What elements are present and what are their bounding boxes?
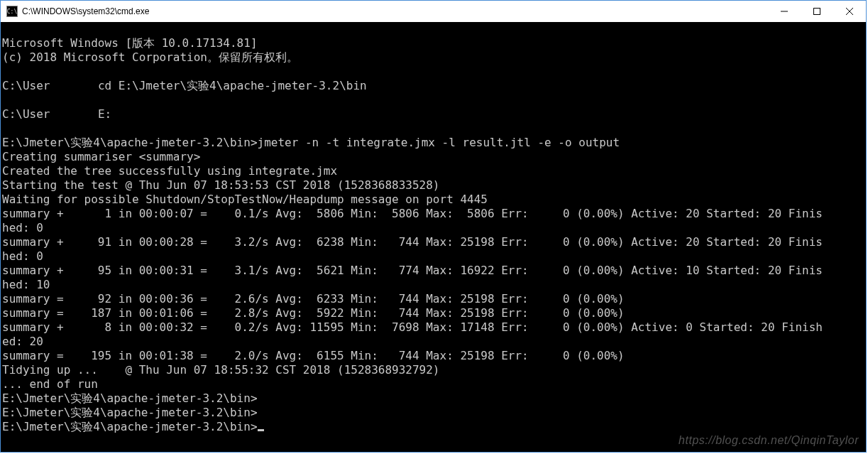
terminal-output[interactable]: Microsoft Windows [版本 10.0.17134.81] (c)… bbox=[1, 22, 866, 452]
output-line: Waiting for possible Shutdown/StopTestNo… bbox=[2, 193, 488, 206]
prompt-line: C:\UserXXXXXXXE: bbox=[2, 107, 111, 121]
output-line: Starting the test @ Thu Jun 07 18:53:53 … bbox=[2, 178, 440, 192]
summary-line: summary + 8 in 00:00:32 = 0.2/s Avg: 115… bbox=[2, 320, 823, 334]
cmd-icon: C:\ bbox=[6, 6, 18, 17]
cursor bbox=[258, 429, 264, 431]
prompt: E:\Jmeter\实验4\apache-jmeter-3.2\bin> bbox=[2, 136, 258, 149]
drive-change: E: bbox=[98, 107, 111, 121]
redacted-user: XXXXXXX bbox=[50, 79, 97, 93]
prompt-prefix: C:\User bbox=[2, 79, 50, 92]
window-controls bbox=[768, 1, 866, 22]
summary-line: hed: 10 bbox=[2, 278, 50, 291]
jmeter-command: jmeter -n -t integrate.jmx -l result.jtl… bbox=[258, 136, 620, 149]
output-line: Creating summariser <summary> bbox=[2, 150, 200, 163]
cd-command: cd E:\Jmeter\实验4\apache-jmeter-3.2\bin bbox=[98, 79, 367, 92]
summary-line: summary = 195 in 00:01:38 = 2.0/s Avg: 6… bbox=[2, 349, 625, 362]
maximize-button[interactable] bbox=[801, 1, 833, 22]
output-line: Tidying up ... @ Thu Jun 07 18:55:32 CST… bbox=[2, 363, 440, 377]
prompt: E:\Jmeter\实验4\apache-jmeter-3.2\bin> bbox=[2, 420, 258, 433]
banner-line: Microsoft Windows [版本 10.0.17134.81] bbox=[2, 36, 258, 50]
redacted-user: XXXXXXX bbox=[50, 107, 97, 121]
titlebar: C:\ C:\WINDOWS\system32\cmd.exe bbox=[1, 1, 866, 22]
window-title: C:\WINDOWS\system32\cmd.exe bbox=[22, 6, 768, 16]
summary-line: hed: 0 bbox=[2, 249, 43, 263]
output-line: ... end of run bbox=[2, 377, 98, 391]
summary-line: summary + 95 in 00:00:31 = 3.1/s Avg: 56… bbox=[2, 264, 823, 277]
cmd-window: C:\ C:\WINDOWS\system32\cmd.exe Microsof… bbox=[0, 0, 867, 453]
summary-line: summary = 187 in 00:01:06 = 2.8/s Avg: 5… bbox=[2, 306, 625, 320]
prompt-line: E:\Jmeter\实验4\apache-jmeter-3.2\bin> bbox=[2, 420, 264, 433]
output-line: Created the tree successfully using inte… bbox=[2, 164, 337, 178]
summary-line: summary + 91 in 00:00:28 = 3.2/s Avg: 62… bbox=[2, 235, 823, 249]
summary-line: summary = 92 in 00:00:36 = 2.6/s Avg: 62… bbox=[2, 292, 625, 306]
summary-line: summary + 1 in 00:00:07 = 0.1/s Avg: 580… bbox=[2, 207, 823, 220]
close-button[interactable] bbox=[833, 1, 866, 22]
watermark: https://blog.csdn.net/QinqinTaylor bbox=[679, 433, 859, 448]
jmeter-command-line: E:\Jmeter\实验4\apache-jmeter-3.2\bin>jmet… bbox=[2, 136, 620, 149]
prompt-line: E:\Jmeter\实验4\apache-jmeter-3.2\bin> bbox=[2, 406, 258, 419]
svg-rect-1 bbox=[814, 9, 820, 15]
prompt-line: E:\Jmeter\实验4\apache-jmeter-3.2\bin> bbox=[2, 391, 258, 405]
minimize-button[interactable] bbox=[768, 1, 801, 22]
prompt-line: C:\UserXXXXXXXcd E:\Jmeter\实验4\apache-jm… bbox=[2, 79, 367, 92]
summary-line: ed: 20 bbox=[2, 335, 43, 348]
copyright-line: (c) 2018 Microsoft Corporation。保留所有权利。 bbox=[2, 50, 298, 64]
summary-line: hed: 0 bbox=[2, 221, 43, 234]
prompt-prefix: C:\User bbox=[2, 107, 50, 121]
